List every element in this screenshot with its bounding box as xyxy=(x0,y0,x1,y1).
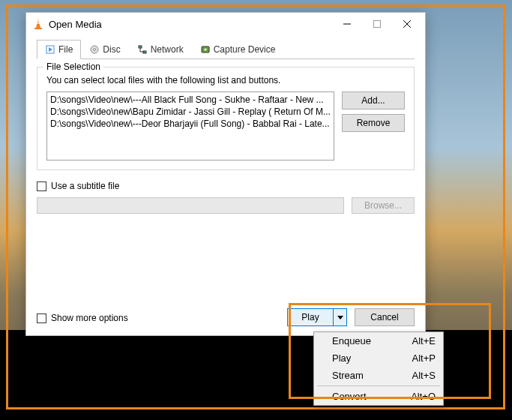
play-button[interactable]: Play xyxy=(287,308,347,326)
dropdown-label: Enqueue xyxy=(332,335,371,346)
dropdown-shortcut: Alt+E xyxy=(412,335,436,346)
tab-network-label: Network xyxy=(151,44,184,55)
dropdown-shortcut: Alt+O xyxy=(411,391,436,402)
subtitle-checkbox[interactable] xyxy=(37,182,46,191)
tab-file-label: File xyxy=(58,44,73,55)
dropdown-item-convert[interactable]: Convert Alt+O xyxy=(314,388,443,405)
tab-network[interactable]: Network xyxy=(129,40,192,59)
maximize-button[interactable] xyxy=(362,14,392,34)
svg-rect-5 xyxy=(374,21,381,28)
file-list-item[interactable]: D:\songs\Video\new\---Deor Bharjayii (Fu… xyxy=(50,118,331,130)
minimize-button[interactable] xyxy=(332,14,362,34)
svg-rect-2 xyxy=(37,20,40,22)
tabs: File Disc Network Capture Device xyxy=(37,40,415,59)
dropdown-label: Convert xyxy=(332,391,367,402)
play-dropdown-arrow[interactable] xyxy=(333,309,346,326)
file-selection-legend: File Selection xyxy=(43,62,103,72)
tab-file[interactable]: File xyxy=(37,40,81,59)
tab-capture[interactable]: Capture Device xyxy=(192,40,284,59)
network-icon xyxy=(137,44,148,55)
remove-button[interactable]: Remove xyxy=(342,114,405,132)
dropdown-label: Stream xyxy=(332,370,364,381)
play-dropdown-menu: Enqueue Alt+E Play Alt+P Stream Alt+S Co… xyxy=(313,332,444,406)
svg-marker-18 xyxy=(337,316,343,320)
play-button-label: Play xyxy=(288,312,333,322)
tab-disc-label: Disc xyxy=(103,44,120,55)
dropdown-item-enqueue[interactable]: Enqueue Alt+E xyxy=(314,332,443,350)
open-media-dialog: Open Media File xyxy=(25,12,426,336)
svg-rect-1 xyxy=(37,22,40,24)
file-selection-group: File Selection You can select local file… xyxy=(37,67,415,170)
disc-icon xyxy=(89,44,100,55)
file-list-item[interactable]: D:\songs\Video\new\---All Black Full Son… xyxy=(50,94,331,106)
svg-rect-12 xyxy=(139,46,142,48)
dropdown-item-play[interactable]: Play Alt+P xyxy=(314,350,443,367)
add-button[interactable]: Add... xyxy=(342,92,405,110)
subtitle-checkbox-label: Use a subtitle file xyxy=(51,181,119,191)
file-list[interactable]: D:\songs\Video\new\---All Black Full Son… xyxy=(46,92,334,160)
capture-icon xyxy=(200,44,211,55)
dropdown-label: Play xyxy=(332,352,351,364)
svg-rect-3 xyxy=(34,28,42,29)
dropdown-item-stream[interactable]: Stream Alt+S xyxy=(314,367,443,384)
browse-button: Browse... xyxy=(352,197,415,214)
show-more-checkbox[interactable] xyxy=(37,314,46,323)
dropdown-shortcut: Alt+S xyxy=(412,370,436,381)
file-icon xyxy=(45,44,55,55)
svg-point-11 xyxy=(94,49,96,51)
show-more-label: Show more options xyxy=(51,313,128,323)
titlebar: Open Media xyxy=(26,13,425,35)
vlc-cone-icon xyxy=(32,18,44,30)
close-button[interactable] xyxy=(392,14,422,34)
dropdown-shortcut: Alt+P xyxy=(412,352,436,364)
tab-disc[interactable]: Disc xyxy=(81,40,128,59)
dropdown-separator xyxy=(317,386,440,386)
file-list-item[interactable]: D:\songs\Video\new\Bapu Zimidar - Jassi … xyxy=(50,106,331,118)
window-title: Open Media xyxy=(49,19,102,30)
file-selection-help: You can select local files with the foll… xyxy=(46,75,405,86)
tab-capture-label: Capture Device xyxy=(214,44,276,55)
cancel-button[interactable]: Cancel xyxy=(355,308,415,326)
svg-point-17 xyxy=(204,49,206,51)
subtitle-path-input xyxy=(37,197,344,214)
